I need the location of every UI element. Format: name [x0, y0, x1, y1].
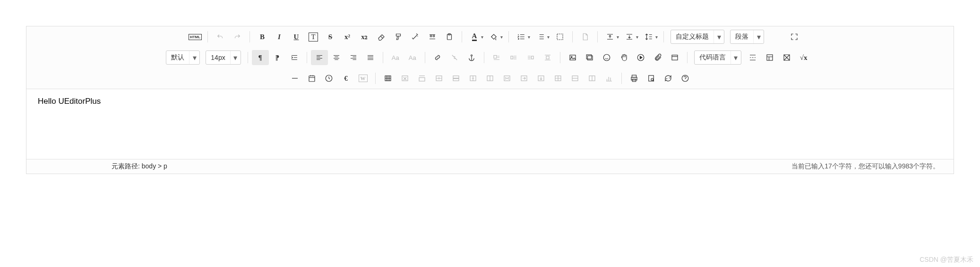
- unordered-list-button[interactable]: [532, 29, 549, 44]
- underline-button[interactable]: U: [288, 29, 305, 44]
- imagecenter-button[interactable]: [539, 50, 556, 65]
- blockquote-button[interactable]: [424, 29, 441, 44]
- touppercase-button[interactable]: Aa: [387, 50, 404, 65]
- link-button[interactable]: [429, 50, 446, 65]
- wordimage-button[interactable]: W: [354, 71, 371, 86]
- help-button[interactable]: [677, 71, 694, 86]
- imageleft-button[interactable]: [505, 50, 522, 65]
- deletecol-button[interactable]: [481, 71, 499, 86]
- imagenone-button[interactable]: [488, 50, 505, 65]
- indent-button[interactable]: [286, 50, 303, 65]
- splittocols-button[interactable]: [584, 71, 601, 86]
- insertcol-button[interactable]: [464, 71, 481, 86]
- undo-button[interactable]: [212, 29, 229, 44]
- direction-rtl-button[interactable]: ¶: [269, 50, 286, 65]
- scrawl-button[interactable]: [615, 50, 632, 65]
- align-center-button[interactable]: [328, 50, 345, 65]
- insertframe-button[interactable]: [666, 50, 683, 65]
- watermark: CSDN @苦夏木禾: [920, 256, 973, 264]
- imageright-button[interactable]: [522, 50, 539, 65]
- removeformat-button[interactable]: [373, 29, 390, 44]
- rowspacing-bottom-dropdown[interactable]: ▾: [636, 34, 638, 40]
- deletetable-button[interactable]: [396, 71, 413, 86]
- custom-heading-select[interactable]: 自定义标题 ▾: [671, 30, 724, 44]
- bold-button[interactable]: B: [254, 29, 271, 44]
- preview-icon: [647, 74, 655, 83]
- background-button[interactable]: [778, 50, 795, 65]
- char-count: 当前已输入17个字符，您还可以输入9983个字符。: [791, 162, 939, 171]
- toolbar-separator: [597, 31, 598, 42]
- tolowercase-button[interactable]: Aa: [404, 50, 421, 65]
- simpleupload-button[interactable]: [564, 50, 581, 65]
- chevron-down-icon: ▾: [230, 51, 241, 64]
- inscol-icon: [469, 74, 477, 83]
- ol-dropdown[interactable]: ▾: [528, 34, 530, 40]
- spechars-button[interactable]: €: [337, 71, 354, 86]
- editor-content[interactable]: Hello UEditorPlus: [26, 89, 954, 159]
- italic-button[interactable]: I: [271, 29, 288, 44]
- unlink-button[interactable]: [446, 50, 463, 65]
- emotion-button[interactable]: [598, 50, 615, 65]
- align-justify-button[interactable]: [362, 50, 379, 65]
- fontfamily-select[interactable]: 默认 ▾: [166, 50, 200, 65]
- insertimage-button[interactable]: [581, 50, 598, 65]
- svg-point-12: [603, 54, 610, 61]
- source-button[interactable]: HTML: [187, 29, 204, 44]
- backcolor-dropdown[interactable]: ▾: [500, 34, 503, 40]
- print-button[interactable]: [626, 71, 643, 86]
- toolbar-separator: [248, 52, 248, 63]
- autotypeset-button[interactable]: [407, 29, 424, 44]
- fullscreen-button[interactable]: [786, 29, 803, 44]
- charts-button[interactable]: [601, 71, 618, 86]
- align-left-button[interactable]: [311, 50, 328, 65]
- time-button[interactable]: [320, 71, 337, 86]
- mergeright-button[interactable]: [516, 71, 533, 86]
- ol-icon: [517, 33, 525, 41]
- attachment-button[interactable]: [649, 50, 666, 65]
- formatmatch-button[interactable]: [390, 29, 407, 44]
- ul-dropdown[interactable]: ▾: [547, 34, 550, 40]
- splittorows-button[interactable]: [567, 71, 584, 86]
- superscript-button[interactable]: x²: [339, 29, 356, 44]
- codelang-select[interactable]: 代码语言 ▾: [694, 50, 741, 65]
- insertrow-button[interactable]: [430, 71, 447, 86]
- preview-button[interactable]: [643, 71, 660, 86]
- strikethrough-button[interactable]: S: [322, 29, 339, 44]
- subscript-button[interactable]: x₂: [356, 29, 373, 44]
- align-right-button[interactable]: [345, 50, 362, 65]
- insertvideo-button[interactable]: [632, 50, 649, 65]
- fontsize-select[interactable]: 14px ▾: [206, 50, 241, 65]
- typeface-button[interactable]: T: [305, 29, 322, 44]
- element-path[interactable]: 元素路径: body > p: [112, 162, 167, 171]
- pasteplain-button[interactable]: [441, 29, 458, 44]
- anchor-button[interactable]: [463, 50, 480, 65]
- ordered-list-button[interactable]: [513, 29, 530, 44]
- paragraph-select[interactable]: 段落 ▾: [730, 30, 764, 44]
- searchreplace-button[interactable]: [660, 71, 677, 86]
- lineheight-button[interactable]: [640, 29, 657, 44]
- lineheight-dropdown[interactable]: ▾: [655, 34, 658, 40]
- direction-ltr-button[interactable]: ¶: [252, 50, 269, 65]
- template-button[interactable]: [761, 50, 778, 65]
- redo-button[interactable]: [229, 29, 246, 44]
- selectall-button[interactable]: [551, 29, 568, 44]
- insertparagraphbeforetable-button[interactable]: [413, 71, 430, 86]
- svg-rect-14: [672, 55, 678, 60]
- inserttable-button[interactable]: [379, 71, 396, 86]
- deleterow-button[interactable]: [447, 71, 464, 86]
- date-button[interactable]: [303, 71, 320, 86]
- forecolor-dropdown[interactable]: ▾: [481, 34, 483, 40]
- backcolor-button[interactable]: [485, 29, 502, 44]
- splittocells-button[interactable]: [550, 71, 567, 86]
- horizontal-button[interactable]: [286, 71, 303, 86]
- rowspacing-top-button[interactable]: [602, 29, 619, 44]
- mergecells-button[interactable]: [499, 71, 516, 86]
- mergedown-button[interactable]: [533, 71, 550, 86]
- rowspacing-top-dropdown[interactable]: ▾: [617, 34, 619, 40]
- pagebreak-button[interactable]: [744, 50, 761, 65]
- formula-button[interactable]: √x: [795, 50, 812, 65]
- document-button[interactable]: [576, 29, 593, 44]
- forecolor-button[interactable]: A: [466, 29, 483, 44]
- mergedown-icon: [537, 74, 545, 83]
- rowspacing-bottom-button[interactable]: [621, 29, 638, 44]
